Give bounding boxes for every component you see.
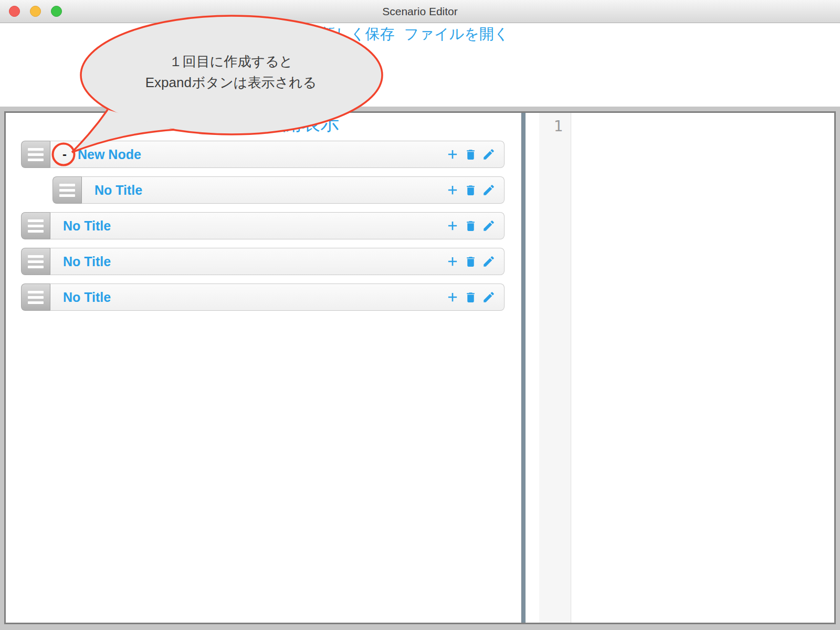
tree-node-row: No Title [21, 212, 505, 239]
scenario-tree-panel: 開表示 - New Node [6, 113, 521, 623]
add-child-icon[interactable] [446, 255, 459, 268]
hamburger-icon [59, 181, 75, 200]
tree-node-row: No Title [21, 248, 505, 275]
drag-handle[interactable] [21, 141, 50, 168]
edit-pencil-icon[interactable] [482, 219, 496, 233]
node-title[interactable]: New Node [78, 147, 141, 162]
panel-splitter[interactable] [521, 113, 526, 623]
titlebar: Scenario Editor [0, 0, 840, 23]
edit-pencil-icon[interactable] [482, 183, 496, 197]
editor-content[interactable] [572, 113, 834, 623]
trash-icon[interactable] [464, 291, 477, 304]
script-editor-panel[interactable]: 1 [526, 113, 834, 623]
zoom-button[interactable] [51, 6, 62, 17]
editor-gutter: 1 [539, 113, 571, 623]
display-link[interactable]: 開表示 [282, 113, 339, 134]
drag-handle[interactable] [21, 284, 50, 311]
collapse-toggle-button[interactable]: - [58, 148, 71, 161]
edit-pencil-icon[interactable] [482, 290, 496, 304]
hamburger-icon [28, 253, 44, 271]
drag-handle[interactable] [21, 248, 50, 275]
open-file-link[interactable]: ファイルを開く [404, 26, 509, 42]
trash-icon[interactable] [464, 219, 477, 233]
tree-node-row: No Title [21, 284, 505, 311]
add-child-icon[interactable] [446, 183, 459, 197]
save-as-new-link[interactable]: 新しく保存 [320, 26, 394, 42]
add-child-icon[interactable] [446, 219, 459, 233]
trash-icon[interactable] [464, 148, 477, 161]
line-number: 1 [554, 117, 563, 135]
add-child-icon[interactable] [446, 148, 459, 161]
drag-handle[interactable] [52, 176, 82, 204]
node-title[interactable]: No Title [63, 254, 111, 269]
hamburger-icon [28, 145, 44, 164]
close-button[interactable] [9, 6, 20, 17]
node-title[interactable]: No Title [94, 183, 142, 198]
tree-node-row: No Title [52, 176, 505, 204]
content-frame: 開表示 - New Node [4, 111, 836, 624]
tree-node-row: - New Node [21, 141, 505, 168]
header-links: 新しく保存 ファイルを開く [0, 24, 830, 44]
trash-icon[interactable] [464, 255, 477, 268]
add-child-icon[interactable] [446, 290, 459, 304]
edit-pencil-icon[interactable] [482, 255, 496, 268]
hamburger-icon [28, 288, 44, 307]
minimize-button[interactable] [30, 6, 41, 17]
edit-pencil-icon[interactable] [482, 148, 496, 161]
trash-icon[interactable] [464, 184, 477, 197]
drag-handle[interactable] [21, 212, 50, 239]
node-title[interactable]: No Title [63, 290, 111, 305]
window-title: Scenario Editor [0, 0, 840, 23]
hamburger-icon [28, 217, 44, 235]
node-title[interactable]: No Title [63, 218, 111, 234]
